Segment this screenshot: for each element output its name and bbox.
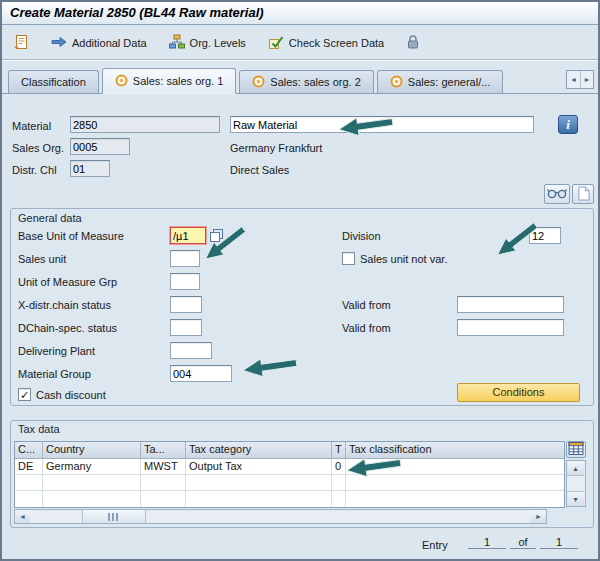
valid-from-2-field[interactable]: [457, 319, 564, 336]
org-levels-label: Org. Levels: [190, 37, 246, 49]
material-description-field[interactable]: [230, 116, 534, 133]
vertical-scroll-track[interactable]: [567, 476, 585, 491]
scroll-down-button[interactable]: ▼: [567, 491, 584, 506]
table-settings-button[interactable]: [566, 441, 586, 458]
tax-cell-tax-type[interactable]: MWST: [141, 459, 186, 475]
tax-cell-country-key[interactable]: DE: [15, 459, 43, 475]
tax-cell-empty: [43, 475, 141, 491]
tax-cell-tax-category[interactable]: Output Tax: [186, 459, 332, 475]
tax-col-tax-classification[interactable]: Tax classification: [346, 442, 564, 459]
tax-col-tax-category[interactable]: Tax category: [186, 442, 332, 459]
dchain-status-label: DChain-spec. status: [18, 322, 117, 334]
application-toolbar: Additional Data Org. Levels Check Scre: [2, 26, 598, 59]
delivering-plant-field[interactable]: [170, 342, 212, 359]
tax-table-horizontal-scrollbar[interactable]: ◄ ►: [14, 509, 547, 524]
tab-classification[interactable]: Classification: [8, 70, 99, 93]
document-icon: [13, 34, 29, 52]
scroll-left-button[interactable]: ◄: [15, 510, 30, 523]
sales-unit-not-var-label: Sales unit not var.: [360, 253, 447, 265]
entry-total: 1: [540, 536, 578, 549]
tax-table-header-row: C... Country Ta... Tax category T Tax cl…: [15, 442, 564, 459]
matchcode-icon[interactable]: [209, 228, 224, 245]
dchain-status-field[interactable]: [170, 319, 202, 336]
tab-scroll-left-button[interactable]: ◄: [567, 71, 580, 88]
tax-cell-empty: [346, 491, 564, 507]
valid-from-field[interactable]: [457, 296, 564, 313]
tax-table-vertical-scrollbar[interactable]: ▲ ▼: [566, 460, 586, 507]
screen-tab-icon: [252, 75, 265, 90]
tax-cell-empty: [15, 475, 43, 491]
check-screen-icon: [268, 34, 284, 52]
tax-cell-country[interactable]: Germany: [43, 459, 141, 475]
tab-sales-org-2-label: Sales: sales org. 2: [270, 76, 361, 88]
tax-col-t[interactable]: T: [332, 442, 346, 459]
tax-table: C... Country Ta... Tax category T Tax cl…: [14, 441, 565, 508]
tab-scroll-right-button[interactable]: ►: [580, 71, 593, 88]
grid-icon: [568, 442, 584, 457]
tax-cell-empty: [332, 475, 346, 491]
uom-grp-label: Unit of Measure Grp: [18, 276, 117, 288]
tax-cell-t[interactable]: 0: [332, 459, 346, 475]
tax-cell-empty: [186, 491, 332, 507]
sales-unit-not-var-checkbox[interactable]: [342, 252, 355, 265]
xdistr-status-label: X-distr.chain status: [18, 299, 111, 311]
cash-discount-label: Cash discount: [36, 389, 106, 401]
check-screen-data-label: Check Screen Data: [289, 37, 384, 49]
tab-sales-general[interactable]: Sales: general/...: [377, 70, 504, 93]
tax-col-country[interactable]: Country: [43, 442, 141, 459]
org-levels-button[interactable]: Org. Levels: [166, 32, 249, 54]
tax-cell-empty: [15, 491, 43, 507]
tax-cell-tax-classification[interactable]: [346, 459, 564, 475]
base-unit-field[interactable]: [170, 227, 206, 244]
distr-chl-field: [70, 160, 110, 177]
conditions-button[interactable]: Conditions: [457, 383, 580, 402]
copy-document-button[interactable]: [10, 32, 32, 54]
base-unit-label: Base Unit of Measure: [18, 230, 124, 242]
sales-org-field: [70, 138, 130, 155]
tax-cell-empty: [43, 491, 141, 507]
tax-col-ta[interactable]: Ta...: [141, 442, 186, 459]
additional-data-button[interactable]: Additional Data: [48, 34, 150, 52]
tax-table-row: DE Germany MWST Output Tax 0: [15, 459, 564, 475]
tax-cell-empty: [141, 475, 186, 491]
tab-sales-org-2[interactable]: Sales: sales org. 2: [239, 70, 374, 93]
grip-dots: [108, 513, 120, 521]
xdistr-status-field[interactable]: [170, 296, 202, 313]
tax-col-c[interactable]: C...: [15, 442, 43, 459]
check-screen-data-button[interactable]: Check Screen Data: [265, 32, 387, 54]
material-group-label: Material Group: [18, 368, 91, 380]
blank-page-icon: [577, 186, 590, 203]
tax-cell-empty: [346, 475, 564, 491]
additional-data-label: Additional Data: [72, 37, 147, 49]
screen-tab-icon: [115, 74, 128, 89]
tax-cell-empty: [141, 491, 186, 507]
distr-chl-description: Direct Sales: [230, 164, 289, 176]
cash-discount-checkbox[interactable]: ✓: [18, 388, 31, 401]
division-field[interactable]: [529, 227, 561, 244]
sales-org-label: Sales Org.: [12, 142, 64, 154]
entry-label: Entry: [422, 539, 448, 551]
tab-scroll-buttons: ◄ ►: [566, 70, 594, 89]
blue-arrow-icon: [51, 36, 67, 50]
sales-unit-field[interactable]: [170, 250, 200, 267]
tax-cell-empty: [332, 491, 346, 507]
horizontal-scroll-thumb[interactable]: [82, 510, 146, 523]
tax-data-title: Tax data: [18, 423, 60, 435]
check-mark: ✓: [19, 389, 30, 401]
scroll-up-button[interactable]: ▲: [567, 461, 584, 476]
org-chart-icon: [169, 34, 185, 52]
distr-chl-label: Distr. Chl: [12, 164, 57, 176]
uom-grp-field[interactable]: [170, 273, 200, 290]
tab-sales-org-1[interactable]: Sales: sales org. 1: [102, 68, 237, 94]
lock-button[interactable]: [403, 32, 423, 54]
general-data-title: General data: [18, 212, 82, 224]
tab-classification-label: Classification: [21, 76, 86, 88]
info-button[interactable]: i: [558, 115, 578, 134]
new-page-button[interactable]: [572, 184, 594, 204]
material-group-field[interactable]: [170, 365, 232, 382]
tax-table-empty-row: [15, 491, 564, 507]
material-field: [70, 116, 220, 133]
material-label: Material: [12, 120, 51, 132]
display-views-button[interactable]: [544, 184, 570, 204]
scroll-right-button[interactable]: ►: [531, 510, 546, 523]
